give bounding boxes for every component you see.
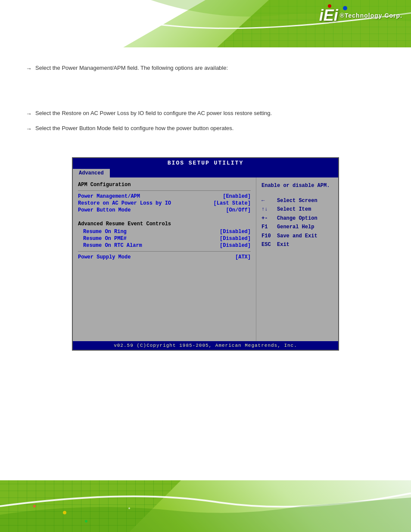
bios-title: BIOS SETUP UTILITY bbox=[168, 160, 243, 166]
svg-point-0 bbox=[63, 511, 66, 514]
bios-key-desc-exit: Exit bbox=[277, 240, 290, 249]
logo-iei-text: iEi bbox=[319, 8, 338, 23]
intro-text-1: Select the Power Management/APM field. T… bbox=[35, 65, 228, 71]
bios-sublabel-resume-rtc: Resume On RTC Alarm bbox=[83, 243, 142, 249]
bios-row-power-mgmt: Power Management/APM [Enabled] bbox=[78, 193, 251, 199]
svg-point-2 bbox=[85, 520, 87, 523]
bios-body: APM Configuration Power Management/APM [… bbox=[73, 177, 338, 341]
bios-key-ud-arrow: ↑↓ bbox=[262, 205, 274, 214]
bios-key-desc-select-item: Select Item bbox=[277, 205, 311, 214]
bios-sublabel-resume-ring: Resume On Ring bbox=[83, 229, 127, 235]
bios-divider-2 bbox=[78, 251, 251, 252]
bios-key-arrow: ← bbox=[262, 196, 274, 205]
bios-tab-advanced-label: Advanced bbox=[79, 170, 104, 176]
bios-section-title-text: APM Configuration bbox=[78, 182, 131, 188]
bios-tab-bar: Advanced bbox=[73, 168, 338, 177]
bios-key-row-exit: ESC Exit bbox=[262, 240, 333, 249]
logo-area: iEi ®Technology Corp. bbox=[319, 8, 402, 23]
intro-text-3: Select the Power Button Mode field to co… bbox=[35, 125, 234, 131]
bios-key-esc: ESC bbox=[262, 240, 274, 249]
bios-divider-1 bbox=[78, 190, 251, 191]
bios-label-power-button: Power Button Mode bbox=[78, 207, 131, 213]
bios-right-panel: Enable or disable APM. ← Select Screen ↑… bbox=[256, 177, 338, 341]
bios-subvalue-resume-rtc: [Disabled] bbox=[220, 243, 251, 249]
bios-key-row-save-exit: F10 Save and Exit bbox=[262, 232, 333, 240]
arrow-icon-1: → bbox=[26, 65, 32, 72]
bios-tab-advanced[interactable]: Advanced bbox=[73, 169, 110, 177]
intro-text-2: Select the Restore on AC Power Loss by I… bbox=[35, 110, 272, 116]
bios-key-row-general-help: F1 General Help bbox=[262, 223, 333, 231]
bios-key-desc-general-help: General Help bbox=[277, 223, 314, 231]
bios-help-content: Enable or disable APM. bbox=[262, 183, 330, 189]
bios-value-ac-power-loss: [Last State] bbox=[214, 200, 251, 206]
bios-title-bar: BIOS SETUP UTILITY bbox=[73, 158, 338, 168]
bios-screenshot: BIOS SETUP UTILITY Advanced APM Configur… bbox=[72, 157, 339, 351]
bios-label-power-mgmt: Power Management/APM bbox=[78, 193, 140, 199]
bios-key-help: ← Select Screen ↑↓ Select Item +- Change… bbox=[262, 196, 333, 249]
bios-key-plusminus: +- bbox=[262, 214, 274, 223]
bios-key-row-select-screen: ← Select Screen bbox=[262, 196, 333, 205]
bios-subsection-title: Advanced Resume Event Controls bbox=[78, 221, 251, 227]
bios-key-row-select-item: ↑↓ Select Item bbox=[262, 205, 333, 214]
svg-point-3 bbox=[128, 507, 130, 509]
bios-subrow-resume-pme: Resume On PME# [Disabled] bbox=[78, 236, 251, 242]
bios-help-text: Enable or disable APM. bbox=[262, 182, 333, 190]
bios-row-power-button: Power Button Mode [On/Off] bbox=[78, 207, 251, 213]
bios-label-ac-power-loss: Restore on AC Power Loss by IO bbox=[78, 200, 171, 206]
arrow-icon-2: → bbox=[26, 110, 32, 117]
bios-subsection-title-text: Advanced Resume Event Controls bbox=[78, 221, 171, 227]
bios-value-power-button: [On/Off] bbox=[226, 207, 251, 213]
bios-key-f1: F1 bbox=[262, 223, 274, 231]
bios-sublabel-resume-pme: Resume On PME# bbox=[83, 236, 127, 242]
intro-arrow-item-2: → Select the Restore on AC Power Loss by… bbox=[26, 110, 385, 117]
bios-label-power-supply: Power Supply Mode bbox=[78, 254, 131, 260]
bottom-banner bbox=[0, 480, 411, 532]
top-banner: iEi ®Technology Corp. bbox=[0, 0, 411, 47]
bios-key-desc-change-option: Change Option bbox=[277, 214, 318, 223]
bios-left-panel: APM Configuration Power Management/APM [… bbox=[73, 177, 256, 341]
bios-row-power-supply: Power Supply Mode [ATX] bbox=[78, 254, 251, 260]
bios-row-ac-power-loss: Restore on AC Power Loss by IO [Last Sta… bbox=[78, 200, 251, 206]
intro-arrow-item-3: → Select the Power Button Mode field to … bbox=[26, 125, 385, 132]
svg-point-1 bbox=[33, 505, 36, 507]
bottom-white-curve bbox=[0, 480, 411, 532]
logo-tech-text: ®Technology Corp. bbox=[340, 12, 402, 19]
bios-section-title: APM Configuration bbox=[78, 182, 251, 188]
bios-value-power-mgmt: [Enabled] bbox=[223, 193, 251, 199]
bios-footer-text: v02.59 (C)Copyright 1985-2005, American … bbox=[114, 343, 297, 348]
logo-blue-dot bbox=[343, 6, 347, 10]
bios-value-power-supply: [ATX] bbox=[235, 254, 251, 260]
bios-subrow-resume-rtc: Resume On RTC Alarm [Disabled] bbox=[78, 243, 251, 249]
bios-footer: v02.59 (C)Copyright 1985-2005, American … bbox=[73, 341, 338, 350]
bios-subvalue-resume-ring: [Disabled] bbox=[220, 229, 251, 235]
bios-key-desc-save-exit: Save and Exit bbox=[277, 232, 318, 240]
bios-key-f10: F10 bbox=[262, 232, 274, 240]
main-content: → Select the Power Management/APM field.… bbox=[0, 47, 411, 480]
bios-key-row-change-option: +- Change Option bbox=[262, 214, 333, 223]
intro-arrow-item-1: → Select the Power Management/APM field.… bbox=[26, 65, 385, 72]
arrow-icon-3: → bbox=[26, 125, 32, 132]
bios-subvalue-resume-pme: [Disabled] bbox=[220, 236, 251, 242]
bios-subrow-resume-ring: Resume On Ring [Disabled] bbox=[78, 229, 251, 235]
bios-key-desc-select-screen: Select Screen bbox=[277, 196, 318, 205]
